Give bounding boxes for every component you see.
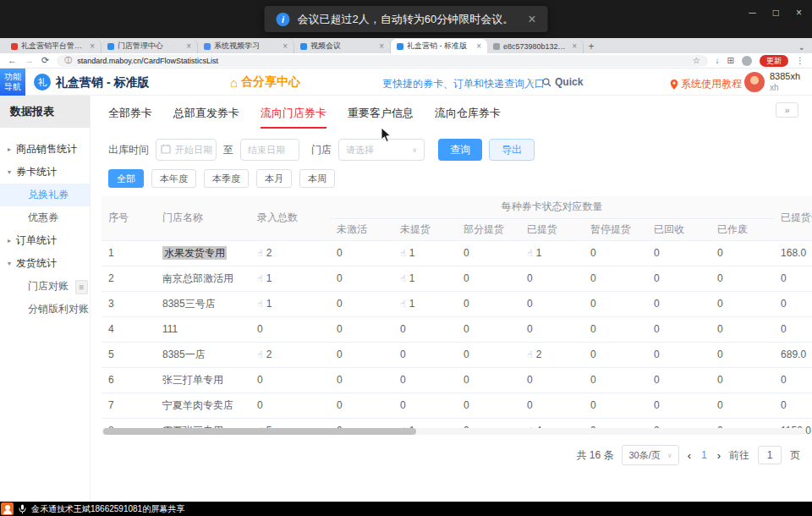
goto-page-input[interactable] [758,446,782,464]
content-tab[interactable]: 全部券卡 [108,106,152,129]
store-name[interactable]: 宁夏羊肉专卖店 [162,399,233,411]
user-sub-name: xh [770,83,800,94]
cell-count[interactable]: ☝1 [393,291,457,316]
browser-menu-icon[interactable]: ⋮ [796,56,804,65]
cell-count[interactable]: ☝1 [250,266,330,291]
page-number[interactable]: 1 [700,449,709,461]
time-range-chip[interactable]: 全部 [108,169,144,188]
time-range-chip[interactable]: 本年度 [151,169,196,188]
browser-update-button[interactable]: 更新 [760,55,788,67]
page-size-select[interactable]: 30条/页 ∨ [622,445,678,465]
pointer-hand-icon: ☝ [400,299,406,309]
window-maximize-icon[interactable]: □ [773,7,779,19]
store-name[interactable]: 南京总部激活用 [162,272,233,284]
table-row[interactable]: 7宁夏羊肉专卖店000000000 [102,392,812,418]
table-row[interactable]: 1水果发货专用☝20☝10☝1000168.0 [102,240,812,266]
user-avatar[interactable] [744,72,765,92]
column-header-store-name: 门店名称 [156,196,250,240]
window-minimize-icon[interactable]: ─ [749,7,756,19]
content-tab[interactable]: 重要客户信息 [348,106,414,129]
extensions-icon[interactable]: ⊞ [727,56,734,65]
tab-close-icon[interactable]: × [90,41,95,51]
forward-icon[interactable]: → [25,56,34,65]
browser-tab[interactable]: 礼盒营销平台管理中心 × [5,39,102,53]
scrollbar-thumb[interactable] [103,428,416,435]
sidebar-item[interactable]: 分销版利对账 [0,298,90,321]
cell-count[interactable]: ☝1 [520,240,584,266]
store-name[interactable]: 张三打单专用 [162,374,223,386]
download-icon[interactable]: ↓ [716,56,720,65]
content-tab[interactable]: 总部直发券卡 [173,106,239,129]
sidebar-collapse-handle[interactable]: ≡ [75,280,88,294]
cell-count: 0 [393,316,457,342]
tab-search-icon[interactable]: ⌄ [798,42,805,52]
reload-icon[interactable]: ⟳ [41,56,49,65]
store-name[interactable]: 111 [162,323,178,335]
table-row[interactable]: 6张三打单专用000000000 [102,367,812,392]
toast-close-icon[interactable]: × [528,12,535,27]
cell-store-name: 张三打单专用 [156,367,250,392]
browser-tab[interactable]: 视频会议 × [294,39,391,53]
cell-count: 0 [647,291,710,316]
cell-count[interactable]: ☝2 [250,240,330,266]
cell-value: 0 [400,349,406,360]
tab-close-icon[interactable]: × [572,41,577,51]
table-row[interactable]: 2南京总部激活用☝10☝1000000 [102,266,812,291]
tab-close-icon[interactable]: × [476,41,481,51]
table-row[interactable]: 58385一店☝2000☝2000689.0 [102,342,812,367]
tab-close-icon[interactable]: × [379,41,384,51]
browser-tab[interactable]: 系统视频学习 × [198,39,294,53]
next-page-icon[interactable]: › [717,449,721,462]
browser-tab[interactable]: 礼盒营销 - 标准版 × [391,39,487,53]
end-date-input[interactable] [240,139,299,161]
sidebar-item[interactable]: ▾ 发货统计 [0,252,90,275]
address-bar[interactable]: ⓘ standard.maboy.cn/CardFlowStatisticsLi… [57,55,707,67]
store-name[interactable]: 水果发货专用 [162,246,227,260]
sidebar-item[interactable]: ▸ 订单统计 [0,229,90,252]
table-body: 1水果发货专用☝20☝10☝1000168.02南京总部激活用☝10☝10000… [102,240,812,434]
sidebar-item[interactable]: 兑换礼券 [0,184,90,206]
time-range-chip[interactable]: 本季度 [204,169,249,188]
export-button[interactable]: 导出 [489,139,535,161]
table-row[interactable]: 4111000000000 [102,316,812,342]
function-nav-button[interactable]: 功能 导航 [0,69,25,96]
sidebar-item[interactable]: ▾ 券卡统计 [0,161,90,184]
cell-count[interactable]: ☝1 [393,240,457,266]
browser-tab[interactable]: e8c573980b1328a258fd2a6f × [487,39,584,53]
cell-count: 0 [520,316,584,342]
new-tab-button[interactable]: + [584,39,599,53]
bookmark-star-icon[interactable]: ☆ [693,56,700,65]
search-button[interactable]: 查询 [438,139,482,161]
store-select[interactable]: 请选择 ∨ [338,139,425,161]
back-icon[interactable]: ← [8,56,17,65]
horizontal-scrollbar[interactable] [102,428,805,435]
tab-close-icon[interactable]: × [283,41,288,51]
sidebar-item[interactable]: 优惠券 [0,206,90,229]
share-center-link[interactable]: ⌂ 合分享中心 [230,74,300,90]
browser-tab[interactable]: 门店管理中心 × [102,39,198,53]
content-tab[interactable]: 流向门店券卡 [261,106,326,129]
store-name[interactable]: 8385三号店 [162,298,216,310]
system-tutorial-link[interactable]: 系统使用教程 [670,77,742,91]
store-name[interactable]: 8385一店 [162,349,206,360]
quick-search-button[interactable]: Quick [542,76,583,88]
browser-profile-avatar[interactable] [742,56,752,66]
url-text[interactable]: standard.maboy.cn/CardFlowStatisticsList [77,57,687,65]
window-close-icon[interactable]: × [796,7,802,19]
site-info-icon[interactable]: ⓘ [64,55,72,66]
panel-expand-button[interactable]: » [776,102,798,118]
pointer-hand-icon: ☝ [257,299,263,309]
time-range-chip[interactable]: 本月 [256,169,292,188]
sidebar-item[interactable]: ▸ 商品销售统计 [0,138,90,161]
cell-count[interactable]: ☝2 [250,342,330,367]
column-group-header: 每种券卡状态对应数量 [330,196,774,218]
table-row[interactable]: 38385三号店☝10☝1000000 [102,291,812,316]
cell-count[interactable]: ☝2 [520,342,584,367]
prev-page-icon[interactable]: ‹ [688,449,691,462]
share-app-icon[interactable] [1,502,14,515]
time-range-chip[interactable]: 本周 [299,169,335,188]
content-tab[interactable]: 流向仓库券卡 [435,106,501,129]
tab-close-icon[interactable]: × [186,41,191,51]
cell-count[interactable]: ☝1 [250,291,330,316]
cell-count[interactable]: ☝1 [393,266,457,291]
